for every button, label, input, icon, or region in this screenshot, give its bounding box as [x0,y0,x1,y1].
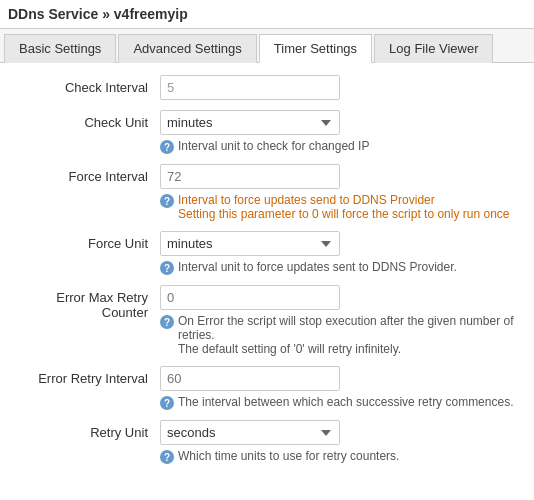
help-icon: ? [160,140,174,154]
retry-unit-help: ? Which time units to use for retry coun… [160,449,524,464]
help-icon: ? [160,450,174,464]
tab-timer[interactable]: Timer Settings [259,34,372,63]
check-unit-select[interactable]: minutes seconds hours [160,110,340,135]
error-max-retry-label: Error Max Retry Counter [10,285,160,320]
tab-basic[interactable]: Basic Settings [4,34,116,63]
help-icon: ? [160,194,174,208]
help-icon: ? [160,261,174,275]
error-retry-interval-help: ? The interval between which each succes… [160,395,524,410]
check-interval-control [160,75,524,100]
error-max-retry-help: ? On Error the script will stop executio… [160,314,524,356]
check-interval-input[interactable] [160,75,340,100]
error-retry-interval-control: ? The interval between which each succes… [160,366,524,410]
error-retry-interval-input[interactable] [160,366,340,391]
help-icon: ? [160,396,174,410]
force-unit-help: ? Interval unit to force updates sent to… [160,260,524,275]
retry-unit-row: Retry Unit seconds minutes hours ? Which… [10,420,524,464]
force-interval-control: ? Interval to force updates send to DDNS… [160,164,524,221]
force-unit-select[interactable]: minutes seconds hours [160,231,340,256]
retry-unit-label: Retry Unit [10,420,160,440]
check-interval-label: Check Interval [10,75,160,95]
force-interval-help: ? Interval to force updates send to DDNS… [160,193,524,221]
force-interval-row: Force Interval ? Interval to force updat… [10,164,524,221]
force-unit-row: Force Unit minutes seconds hours ? Inter… [10,231,524,275]
force-unit-control: minutes seconds hours ? Interval unit to… [160,231,524,275]
check-unit-label: Check Unit [10,110,160,130]
check-unit-control: minutes seconds hours ? Interval unit to… [160,110,524,154]
force-unit-label: Force Unit [10,231,160,251]
page-header: DDns Service » v4freemyip [0,0,534,29]
tabs-bar: Basic Settings Advanced Settings Timer S… [0,29,534,63]
check-unit-help: ? Interval unit to check for changed IP [160,139,524,154]
error-max-retry-row: Error Max Retry Counter ? On Error the s… [10,285,524,356]
force-interval-label: Force Interval [10,164,160,184]
check-interval-row: Check Interval [10,75,524,100]
tab-advanced[interactable]: Advanced Settings [118,34,256,63]
check-unit-row: Check Unit minutes seconds hours ? Inter… [10,110,524,154]
force-interval-input[interactable] [160,164,340,189]
help-icon: ? [160,315,174,329]
error-retry-interval-label: Error Retry Interval [10,366,160,386]
tab-logfile[interactable]: Log File Viewer [374,34,493,63]
error-retry-interval-row: Error Retry Interval ? The interval betw… [10,366,524,410]
retry-unit-select[interactable]: seconds minutes hours [160,420,340,445]
form-content: Check Interval Check Unit minutes second… [0,63,534,486]
error-max-retry-input[interactable] [160,285,340,310]
error-max-retry-control: ? On Error the script will stop executio… [160,285,524,356]
retry-unit-control: seconds minutes hours ? Which time units… [160,420,524,464]
